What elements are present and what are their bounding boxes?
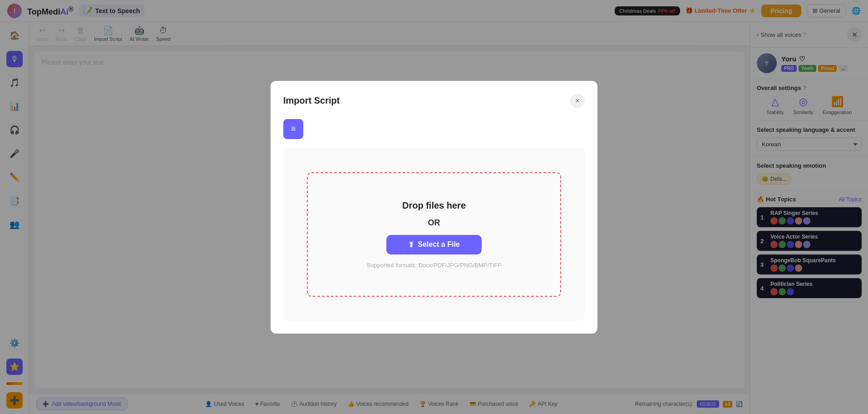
modal-tabs: ≡ [283,119,585,139]
modal-tab-text[interactable]: ≡ [283,119,303,139]
drop-zone[interactable]: Drop files here OR ⬆ Select a File Suppo… [307,172,561,297]
modal-overlay[interactable]: Import Script × ≡ Drop files here OR ⬆ S… [0,0,868,414]
modal-title: Import Script [283,95,340,106]
supported-formats-label: Supported formats: Docx/PDF/JPG/PNG/BMP/… [367,262,502,269]
drop-or-label: OR [428,218,440,228]
modal-header: Import Script × [283,94,585,108]
modal-close-button[interactable]: × [570,94,585,108]
select-file-button[interactable]: ⬆ Select a File [386,235,482,254]
upload-icon: ⬆ [408,240,414,249]
drop-files-title: Drop files here [402,200,466,211]
drop-zone-area: Drop files here OR ⬆ Select a File Suppo… [283,148,585,321]
text-lines-icon: ≡ [291,124,296,134]
import-script-modal: Import Script × ≡ Drop files here OR ⬆ S… [271,81,597,334]
